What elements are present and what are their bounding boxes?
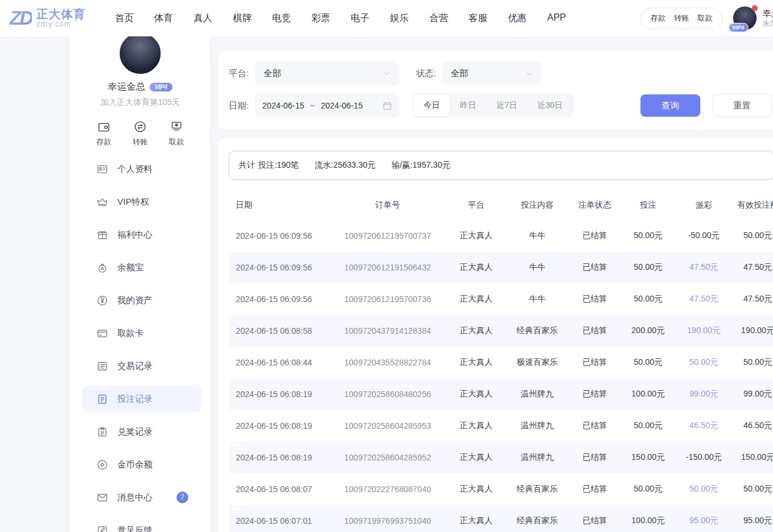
cell-status: 已结算 xyxy=(568,473,622,505)
table-row: 2024-06-15 06:08:581009720437914128384正大… xyxy=(229,315,773,347)
summary-prefix: 共计 xyxy=(239,160,255,171)
table-header: 日期订单号平台投注内容注单状态投注派彩有效投注额 xyxy=(229,191,773,220)
range-chip-yesterday[interactable]: 昨日 xyxy=(450,95,486,116)
cell-order: 1009720435528822784 xyxy=(330,347,446,378)
cell-valid: 47.50元 xyxy=(733,283,773,315)
cell-content: 经典百家乐 xyxy=(507,473,568,505)
deposit-link[interactable]: 存款 xyxy=(650,13,666,23)
profile-avatar[interactable] xyxy=(118,36,162,75)
wallet-pill: 存款转账取款 xyxy=(640,8,723,29)
cell-payout: 50.00元 xyxy=(674,347,733,378)
cell-order: 1009720612195700737 xyxy=(330,220,446,252)
sidebar-item-bet-records[interactable]: 投注记录 xyxy=(82,385,202,412)
nav-item-2[interactable]: 体育 xyxy=(154,12,173,25)
nav-item-6[interactable]: 彩票 xyxy=(311,12,330,25)
feedback-icon xyxy=(96,524,109,532)
sidebar-item-withdraw-card[interactable]: 取款卡 xyxy=(82,320,202,347)
quick-action-withdraw[interactable]: 取款 xyxy=(169,120,184,147)
platform-label: 平台: xyxy=(229,68,249,79)
cell-platform: 正大真人 xyxy=(446,252,507,283)
cell-content: 经典百家乐 xyxy=(507,315,568,347)
cell-payout: 47.50元 xyxy=(674,283,733,315)
sidebar-item-profile[interactable]: 个人资料 xyxy=(82,155,202,182)
cell-bet: 50.00元 xyxy=(622,410,674,442)
search-button[interactable]: 查询 xyxy=(640,94,700,117)
nav-item-10[interactable]: 客服 xyxy=(469,12,487,25)
nav-item-8[interactable]: 娱乐 xyxy=(390,12,409,25)
table-row: 2024-06-15 06:08:191009720258608480256正大… xyxy=(229,378,773,410)
cell-bet: 50.00元 xyxy=(622,473,674,505)
cell-order: 1009720612191506432 xyxy=(330,252,446,283)
nav-item-4[interactable]: 棋牌 xyxy=(233,12,252,25)
sidebar-item-gold-balance[interactable]: 金币余额 xyxy=(82,451,202,478)
cell-bet: 50.00元 xyxy=(622,220,674,252)
withdraw-link[interactable]: 取款 xyxy=(697,13,713,23)
nav-item-9[interactable]: 合营 xyxy=(429,12,448,25)
reset-button[interactable]: 重置 xyxy=(712,94,772,117)
cell-bet: 100.00元 xyxy=(622,378,674,410)
cell-valid: 190.00元 xyxy=(733,315,773,347)
table-row: 2024-06-15 06:09:561009720612191506432正大… xyxy=(229,252,773,283)
nav-item-7[interactable]: 电子 xyxy=(351,12,369,25)
profile-vip-badge: VIP4 xyxy=(150,83,173,92)
sidebar-item-welfare[interactable]: 福利中心 xyxy=(82,221,202,248)
nav-item-3[interactable]: 真人 xyxy=(194,12,212,25)
quick-action-transfer[interactable]: 转账 xyxy=(133,120,148,147)
cell-order: 1009719976993751040 xyxy=(330,505,446,532)
cell-content: 温州牌九 xyxy=(507,410,568,442)
sidebar-item-transactions[interactable]: 交易记录 xyxy=(82,353,202,379)
cell-date: 2024-06-15 06:08:58 xyxy=(229,315,330,347)
range-chip-last-30[interactable]: 近30日 xyxy=(527,95,573,116)
sidebar-item-yuebao[interactable]: 余额宝 xyxy=(82,254,202,281)
cell-status: 已结算 xyxy=(568,283,622,315)
column-header-1: 日期 xyxy=(229,191,330,220)
range-chip-last-7[interactable]: 近7日 xyxy=(486,95,527,116)
cell-date: 2024-06-15 06:09:56 xyxy=(229,220,330,252)
cell-date: 2024-06-15 06:08:19 xyxy=(229,378,330,410)
table-row: 2024-06-15 06:09:561009720612195700736正大… xyxy=(229,283,773,315)
nav-item-12[interactable]: APP xyxy=(547,12,566,25)
range-chip-today[interactable]: 今日 xyxy=(413,95,450,116)
cell-status: 已结算 xyxy=(568,505,622,532)
cell-payout: 47.50元 xyxy=(674,252,733,283)
wallet-icon xyxy=(97,120,111,134)
cell-content: 温州牌九 xyxy=(507,442,568,473)
quick-action-deposit[interactable]: 存款 xyxy=(96,120,111,147)
summary-item-3: 输/赢:1957.30元 xyxy=(392,160,450,170)
cell-date: 2024-06-15 06:09:56 xyxy=(229,283,330,315)
permanent-domain-label: 永久域名: xyxy=(762,19,773,29)
sidebar-menu: 个人资料VIP特权福利中心余额宝我的资产取款卡交易记录投注记录兑奖记录金币余额消… xyxy=(70,155,210,532)
summary-item-1: 投注:190笔 xyxy=(258,160,299,170)
user-name: 幸运金总 xyxy=(762,8,773,19)
cell-bet: 100.00元 xyxy=(622,505,674,532)
cell-status: 已结算 xyxy=(568,347,622,378)
sidebar-item-vip[interactable]: VIP特权 xyxy=(82,188,202,215)
sidebar-item-feedback[interactable]: 意见反馈 xyxy=(82,517,202,532)
main-nav: 首页体育真人棋牌电竞彩票电子娱乐合营客服优惠APP xyxy=(115,12,566,25)
nav-item-11[interactable]: 优惠 xyxy=(508,12,527,25)
logo[interactable]: ZD 正大体育 zdty.com xyxy=(9,7,86,29)
sidebar-item-messages[interactable]: 消息中心7 xyxy=(82,484,202,511)
date-range-input[interactable]: 2024-06-15 ~ 2024-06-15 xyxy=(255,93,399,118)
logo-icon: ZD xyxy=(9,7,32,29)
sidebar-item-redeem-records[interactable]: 兑奖记录 xyxy=(82,418,202,445)
summary-item-2: 流水:25633.30元 xyxy=(314,160,375,170)
sidebar-item-assets[interactable]: 我的资产 xyxy=(82,287,202,314)
status-select[interactable]: 全部 xyxy=(442,61,542,86)
user-chip[interactable]: VIP4 幸运金总 永久域名: xyxy=(733,6,773,30)
cell-bet: 200.00元 xyxy=(622,315,674,347)
cell-valid: 99.00元 xyxy=(733,378,773,410)
platform-select[interactable]: 全部 xyxy=(255,61,399,86)
nav-item-5[interactable]: 电竞 xyxy=(272,12,291,25)
cell-status: 已结算 xyxy=(568,315,622,347)
gold-coin-icon xyxy=(96,459,109,471)
transfer-link[interactable]: 转账 xyxy=(674,13,689,23)
column-header-5: 注单状态 xyxy=(568,191,622,220)
cell-content: 牛牛 xyxy=(507,252,568,283)
top-header: ZD 正大体育 zdty.com 首页体育真人棋牌电竞彩票电子娱乐合营客服优惠A… xyxy=(0,0,773,36)
nav-item-1[interactable]: 首页 xyxy=(115,12,134,25)
topbar-right: 存款转账取款 VIP4 幸运金总 永久域名: xyxy=(640,6,773,30)
cell-platform: 正大真人 xyxy=(446,442,507,473)
cell-payout: 95.00元 xyxy=(674,505,733,532)
cell-status: 已结算 xyxy=(568,442,622,473)
